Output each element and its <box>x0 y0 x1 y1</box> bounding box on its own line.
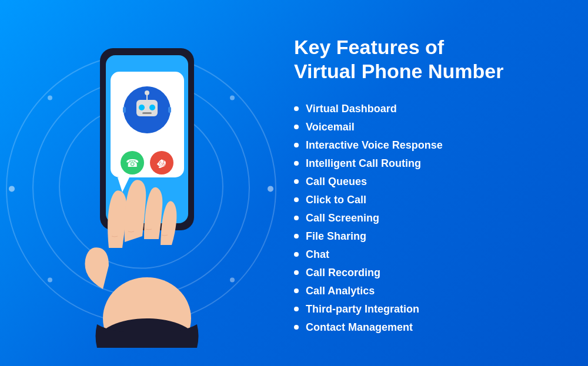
feature-item: Call Screening <box>294 209 559 227</box>
svg-point-15 <box>149 105 155 110</box>
bullet-dot <box>294 270 299 275</box>
feature-item: Voicemail <box>294 118 559 136</box>
features-list: Virtual DashboardVoicemailInteractive Vo… <box>294 100 559 337</box>
feature-item: Call Queues <box>294 173 559 191</box>
feature-item: Contact Management <box>294 318 559 337</box>
bullet-dot <box>294 106 299 111</box>
svg-point-2 <box>268 186 273 192</box>
feature-label: Third-party Integration <box>306 303 419 315</box>
main-container: ☎ ✆ ☎ <box>0 0 588 366</box>
main-title: Key Features of Virtual Phone Number <box>294 35 559 83</box>
bullet-dot <box>294 125 299 129</box>
feature-label: Call Screening <box>306 212 379 224</box>
feature-item: Call Analytics <box>294 282 559 300</box>
svg-rect-19 <box>123 107 126 113</box>
feature-item: Chat <box>294 246 559 264</box>
feature-label: Call Recording <box>306 267 380 279</box>
feature-item: Call Recording <box>294 264 559 282</box>
feature-item: Click to Call <box>294 191 559 209</box>
svg-point-18 <box>145 90 149 95</box>
bullet-dot <box>294 143 299 147</box>
title-line2: Virtual Phone Number <box>294 60 503 82</box>
svg-rect-16 <box>142 112 152 114</box>
feature-label: Contact Management <box>306 321 413 334</box>
bullet-dot <box>294 216 299 220</box>
hand-phone-svg: ☎ ✆ ☎ <box>41 42 241 348</box>
bullet-dot <box>294 234 299 239</box>
feature-label: Interactive Voice Response <box>306 139 443 152</box>
feature-item: Interactive Voice Response <box>294 136 559 155</box>
feature-label: Intelligent Call Routing <box>306 157 421 170</box>
left-panel: ☎ ✆ ☎ <box>0 0 282 366</box>
svg-point-6 <box>9 186 15 192</box>
feature-label: Chat <box>306 249 329 261</box>
title-line1: Key Features of <box>294 36 444 58</box>
feature-label: File Sharing <box>306 230 366 243</box>
svg-rect-20 <box>168 107 171 113</box>
bullet-dot <box>294 252 299 257</box>
feature-item: Third-party Integration <box>294 300 559 318</box>
svg-text:☎: ☎ <box>126 157 139 169</box>
feature-item: Virtual Dashboard <box>294 100 559 118</box>
feature-item: File Sharing <box>294 227 559 246</box>
bullet-dot <box>294 325 299 330</box>
bullet-dot <box>294 307 299 311</box>
bullet-dot <box>294 179 299 184</box>
right-panel: Key Features of Virtual Phone Number Vir… <box>282 0 588 366</box>
illustration-scene: ☎ ✆ ☎ <box>18 19 265 348</box>
svg-point-14 <box>139 105 145 110</box>
feature-label: Call Queues <box>306 176 367 188</box>
feature-item: Intelligent Call Routing <box>294 155 559 173</box>
feature-label: Call Analytics <box>306 285 375 297</box>
feature-label: Virtual Dashboard <box>306 103 397 115</box>
feature-label: Click to Call <box>306 194 366 206</box>
bullet-dot <box>294 161 299 166</box>
feature-label: Voicemail <box>306 121 355 133</box>
bullet-dot <box>294 197 299 202</box>
bullet-dot <box>294 288 299 293</box>
